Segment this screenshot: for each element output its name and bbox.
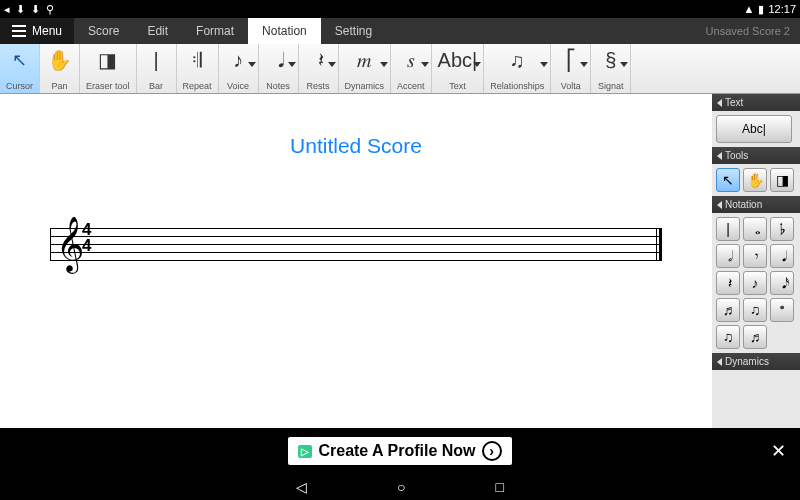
ad-banner: ▷ Create A Profile Now › ✕ — [0, 428, 800, 474]
hamburger-icon — [12, 25, 26, 37]
tool-label: Relationships — [490, 81, 544, 91]
menubar: Menu Score Edit Format Notation Setting … — [0, 18, 800, 44]
volta-icon: ⎡ — [566, 47, 576, 73]
treble-clef-icon: 𝄞 — [56, 216, 84, 273]
tool-label: Notes — [266, 81, 290, 91]
panel-header-text[interactable]: Text — [712, 94, 800, 111]
panel-notation-button[interactable]: ♬ — [716, 298, 740, 322]
tool-relationships[interactable]: ♫Relationships — [484, 44, 551, 93]
download-icon: ⬇ — [16, 3, 25, 16]
panel-notation-button[interactable]: 𝆯 — [770, 298, 794, 322]
tool-accent[interactable]: 𝆍Accent — [391, 44, 432, 93]
close-icon[interactable]: ✕ — [771, 440, 786, 462]
android-statusbar: ◂ ⬇ ⬇ ⚲ ▲ ▮ 12:17 — [0, 0, 800, 18]
panel-header-tools[interactable]: Tools — [712, 147, 800, 164]
panel-notation-button[interactable]: 𝄽 — [716, 271, 740, 295]
panel-notation-button[interactable]: 𝅗𝅥 — [716, 244, 740, 268]
android-navbar: ◁ ○ □ — [0, 474, 800, 500]
pan-icon: ✋ — [47, 47, 72, 73]
panel-notation-button[interactable]: ♫ — [716, 325, 740, 349]
tool-label: Eraser tool — [86, 81, 130, 91]
signat-icon: § — [605, 47, 616, 73]
panel-header-dynamics[interactable]: Dynamics — [712, 353, 800, 370]
tool-repeat[interactable]: 𝄇Repeat — [177, 44, 219, 93]
panel-notation-button[interactable]: ♬ — [743, 325, 767, 349]
recent-button[interactable]: □ — [496, 479, 504, 495]
clock: 12:17 — [768, 3, 796, 15]
tool-label: Pan — [52, 81, 68, 91]
document-title: Unsaved Score 2 — [706, 18, 800, 44]
panel-notation-button[interactable]: ♪ — [743, 271, 767, 295]
relationships-icon: ♫ — [510, 47, 525, 73]
download-icon: ⬇ — [31, 3, 40, 16]
text-tool-button[interactable]: Abc| — [716, 115, 792, 143]
nav-icon: ◂ — [4, 3, 10, 16]
wifi-icon: ▲ — [744, 3, 755, 15]
tool-label: Signat — [598, 81, 624, 91]
panel-notation-button[interactable]: 𝄾 — [743, 244, 767, 268]
repeat-icon: 𝄇 — [192, 47, 202, 73]
ad-arrow-icon: › — [482, 441, 502, 461]
staff[interactable]: 𝄞 44 — [50, 228, 662, 268]
voice-icon: ♪ — [233, 47, 243, 73]
tool-label: Volta — [561, 81, 581, 91]
panel-notation-button[interactable]: 𝅘𝅥𝅯 — [770, 271, 794, 295]
tool-notes[interactable]: 𝅘𝅥Notes — [259, 44, 299, 93]
tool-voice[interactable]: ♪Voice — [219, 44, 259, 93]
tool-label: Text — [449, 81, 466, 91]
panel-notation-button[interactable]: 𝄬 — [770, 217, 794, 241]
side-panel: Text Abc| Tools ↖✋◨ Notation |𝅝𝄬𝅗𝅥𝄾𝅘𝅥𝄽♪𝅘… — [712, 94, 800, 428]
score-title: Untitled Score — [20, 134, 692, 158]
panel-notation-button[interactable]: | — [716, 217, 740, 241]
menu-button[interactable]: Menu — [0, 18, 74, 44]
tool-label: Rests — [307, 81, 330, 91]
battery-icon: ▮ — [758, 3, 764, 16]
panel-tool-button[interactable]: ◨ — [770, 168, 794, 192]
tool-rests[interactable]: 𝄽Rests — [299, 44, 339, 93]
panel-notation-button[interactable]: 𝅘𝅥 — [770, 244, 794, 268]
panel-header-notation[interactable]: Notation — [712, 196, 800, 213]
ad-text: Create A Profile Now — [318, 442, 475, 460]
panel-tool-button[interactable]: ✋ — [743, 168, 767, 192]
home-button[interactable]: ○ — [397, 479, 405, 495]
tool-cursor[interactable]: ↖Cursor — [0, 44, 40, 93]
tool-text[interactable]: Abc|Text — [432, 44, 485, 93]
tool-eraser-tool[interactable]: ◨Eraser tool — [80, 44, 137, 93]
ad-content[interactable]: ▷ Create A Profile Now › — [288, 437, 511, 465]
tool-signat[interactable]: §Signat — [591, 44, 631, 93]
text-icon: Abc| — [438, 47, 478, 73]
tool-label: Accent — [397, 81, 425, 91]
score-canvas[interactable]: Untitled Score 𝄞 44 — [0, 94, 712, 428]
tool-dynamics[interactable]: 𝆐Dynamics — [339, 44, 392, 93]
tool-label: Dynamics — [345, 81, 385, 91]
panel-tool-button[interactable]: ↖ — [716, 168, 740, 192]
key-icon: ⚲ — [46, 3, 54, 16]
eraser tool-icon: ◨ — [98, 47, 117, 73]
tool-label: Repeat — [183, 81, 212, 91]
menu-notation[interactable]: Notation — [248, 18, 321, 44]
time-signature: 44 — [82, 222, 91, 254]
menu-score[interactable]: Score — [74, 18, 133, 44]
menu-setting[interactable]: Setting — [321, 18, 386, 44]
ad-badge-icon: ▷ — [298, 445, 312, 458]
toolbar: ↖Cursor✋Pan◨Eraser tool|Bar𝄇Repeat♪Voice… — [0, 44, 800, 94]
panel-notation-button[interactable]: 𝅝 — [743, 217, 767, 241]
back-button[interactable]: ◁ — [296, 479, 307, 495]
menu-edit[interactable]: Edit — [133, 18, 182, 44]
tool-volta[interactable]: ⎡Volta — [551, 44, 591, 93]
cursor-icon: ↖ — [12, 47, 27, 73]
dynamics-icon: 𝆐 — [357, 47, 371, 73]
tool-label: Cursor — [6, 81, 33, 91]
menu-label: Menu — [32, 24, 62, 38]
tool-label: Voice — [227, 81, 249, 91]
tool-pan[interactable]: ✋Pan — [40, 44, 80, 93]
panel-notation-button[interactable]: ♫ — [743, 298, 767, 322]
bar-icon: | — [153, 47, 158, 73]
tool-label: Bar — [149, 81, 163, 91]
menu-format[interactable]: Format — [182, 18, 248, 44]
tool-bar[interactable]: |Bar — [137, 44, 177, 93]
accent-icon: 𝆍 — [407, 47, 415, 73]
